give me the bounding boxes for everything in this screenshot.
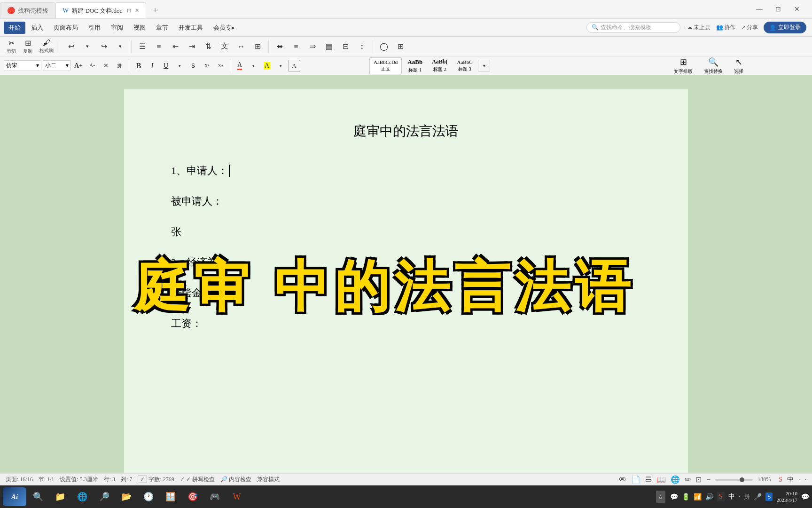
char-shading-button[interactable]: A xyxy=(288,60,300,72)
tab-restore-icon[interactable]: ⊡ xyxy=(127,8,131,14)
tray-battery-icon[interactable]: 🔋 xyxy=(682,493,690,501)
win-close-button[interactable]: ✕ xyxy=(788,3,806,16)
menu-search[interactable]: 🔍 查找命令、搜索模板 xyxy=(586,22,680,33)
undo-dropdown[interactable]: ▾ xyxy=(80,42,95,50)
select-button[interactable]: ↖ 选择 xyxy=(730,56,747,76)
underline-dropdown[interactable]: ▾ xyxy=(173,60,186,72)
indent-increase-button[interactable]: ⇥ xyxy=(184,41,199,52)
font-color-button[interactable]: A xyxy=(234,60,246,72)
tray-collapse-button[interactable]: △ xyxy=(656,491,665,503)
taskbar-explorer[interactable]: 📂 xyxy=(116,487,137,506)
strikethrough-button[interactable]: S̶ xyxy=(187,60,199,72)
menu-devtools[interactable]: 开发工具 xyxy=(174,22,208,34)
line-spacing-button[interactable]: ↕ xyxy=(354,41,369,52)
italic-button[interactable]: I xyxy=(146,60,158,72)
tab-doc[interactable]: W 新建 DOC 文档.doc ⊡ ✕ xyxy=(55,2,146,18)
menu-chapter[interactable]: 章节 xyxy=(151,22,173,34)
bullets-button[interactable]: ☰ xyxy=(135,41,150,52)
zh-icon[interactable]: 中 xyxy=(787,476,794,484)
style-normal[interactable]: AaBbCcDd 正文 xyxy=(369,57,402,74)
grid-button[interactable]: ⊞ xyxy=(250,41,265,52)
highlight-dropdown[interactable]: ▾ xyxy=(274,60,287,72)
align-right-button[interactable]: ⇒ xyxy=(305,41,320,52)
read-icon[interactable]: 📄 xyxy=(631,475,640,484)
phonetic-button[interactable]: 拼 xyxy=(113,60,125,72)
clear-format-button[interactable]: ✕ xyxy=(100,60,112,72)
font-size-selector[interactable]: 小二 ▾ xyxy=(43,60,71,71)
ai-button[interactable]: Ai xyxy=(3,487,26,506)
font-color-dropdown[interactable]: ▾ xyxy=(247,60,259,72)
tab-daoke[interactable]: 🔴 找稻壳模板 xyxy=(0,2,55,18)
tray-pinyin[interactable]: 拼 xyxy=(744,492,750,501)
subscript-button[interactable]: X₂ xyxy=(214,60,226,72)
win-maximize-button[interactable]: ⊡ xyxy=(769,3,788,16)
align-left-button[interactable]: ⬌ xyxy=(272,41,287,52)
book-icon[interactable]: 📖 xyxy=(656,475,666,484)
zoom-slider[interactable] xyxy=(715,479,753,481)
shape-button[interactable]: ◯ xyxy=(376,41,391,52)
win-minimize-button[interactable]: — xyxy=(750,3,769,16)
column-layout-button[interactable]: ⊟ xyxy=(338,41,353,52)
web-icon[interactable]: 🌐 xyxy=(671,475,680,484)
indent-decrease-button[interactable]: ⇤ xyxy=(168,41,183,52)
taskbar-search2[interactable]: 🔎 xyxy=(94,487,115,506)
menu-reference[interactable]: 引用 xyxy=(84,22,105,34)
table-button[interactable]: ⊞ xyxy=(393,41,408,52)
content-check[interactable]: 🔎 内容检查 xyxy=(220,476,251,484)
undo-button[interactable]: ↩ xyxy=(63,41,78,52)
bold-button[interactable]: B xyxy=(133,60,145,72)
outline-icon[interactable]: ☰ xyxy=(645,475,652,484)
menu-view[interactable]: 视图 xyxy=(129,22,150,34)
compat-mode[interactable]: 兼容模式 xyxy=(257,476,280,484)
tab-add-button[interactable]: + xyxy=(148,2,162,18)
taskbar-windows[interactable]: 🪟 xyxy=(160,487,181,506)
menu-vip[interactable]: 会员专▸ xyxy=(209,22,240,34)
tray-notif-icon[interactable]: 💬 xyxy=(801,493,809,501)
taskbar-clock[interactable]: 🕐 xyxy=(138,487,159,506)
tray-input-method[interactable]: S xyxy=(717,492,725,501)
document-area[interactable]: 庭审 中的法言法语 庭审中的法言法语 1、申请人： 被申请人： 张 2、经济补偿… xyxy=(0,75,812,473)
style-heading2[interactable]: AaBb( 标题 2 xyxy=(428,57,451,74)
menu-page-layout[interactable]: 页面布局 xyxy=(49,22,83,34)
crop-icon[interactable]: ⊡ xyxy=(695,475,702,484)
taskbar-search[interactable]: 🔍 xyxy=(28,487,48,506)
align-justify-button[interactable]: ▤ xyxy=(321,41,336,52)
format-painter-button[interactable]: 🖌 格式刷 xyxy=(37,38,56,55)
spell-check[interactable]: ✓ ✓ 拼写检查 xyxy=(180,476,215,484)
collab-action[interactable]: 👥 协作 xyxy=(716,24,735,32)
pen-icon[interactable]: ✏ xyxy=(685,475,691,484)
style-heading3[interactable]: AaBbC 标题 3 xyxy=(453,58,476,74)
numbering-button[interactable]: ≡ xyxy=(151,41,166,52)
taskbar-datetime[interactable]: 20:10 2023/4/17 xyxy=(776,490,797,504)
superscript-button[interactable]: X² xyxy=(201,60,213,72)
text-layout-button[interactable]: ⊞ 文字排版 xyxy=(670,56,696,76)
font-decrease-button[interactable]: A- xyxy=(86,60,98,72)
menu-review[interactable]: 审阅 xyxy=(106,22,128,34)
tray-mic-icon[interactable]: 🎤 xyxy=(754,493,762,501)
paragraph-sort-button[interactable]: ⇅ xyxy=(201,41,216,52)
login-button[interactable]: 👤 立即登录 xyxy=(764,22,806,33)
eye-icon[interactable]: 👁 xyxy=(619,476,626,484)
highlight-button[interactable]: A xyxy=(261,60,273,72)
zoom-minus-button[interactable]: − xyxy=(706,476,710,484)
redo-dropdown[interactable]: ▾ xyxy=(113,42,128,50)
taskbar-browser[interactable]: 🌐 xyxy=(72,487,93,506)
chinese-format-button[interactable]: 文 xyxy=(217,40,232,52)
redo-button[interactable]: ↪ xyxy=(96,41,111,52)
find-replace-button[interactable]: 🔍 查找替换 xyxy=(700,56,726,76)
tray-chinese-input[interactable]: 中 xyxy=(728,492,735,501)
align-center-button[interactable]: ≡ xyxy=(289,41,304,52)
tray-chat-icon[interactable]: 💬 xyxy=(670,493,678,501)
copy-button[interactable]: ⊞ 复制 xyxy=(20,38,35,56)
style-more-button[interactable]: ▼ xyxy=(478,60,490,72)
tray-sougou[interactable]: S xyxy=(765,492,773,501)
taskbar-app2[interactable]: 🎮 xyxy=(204,487,225,506)
taskbar-app1[interactable]: 🎯 xyxy=(182,487,203,506)
underline-button[interactable]: U xyxy=(160,60,172,72)
cloud-action[interactable]: ☁ 未上云 xyxy=(687,24,710,32)
document-para1[interactable]: 1、申请人： xyxy=(171,164,641,178)
cut-button[interactable]: ✂ 剪切 xyxy=(4,38,19,56)
tray-volume-icon[interactable]: 🔊 xyxy=(705,493,713,501)
tab-close-icon[interactable]: ✕ xyxy=(135,8,139,14)
taskbar-wps[interactable]: W xyxy=(226,487,247,506)
